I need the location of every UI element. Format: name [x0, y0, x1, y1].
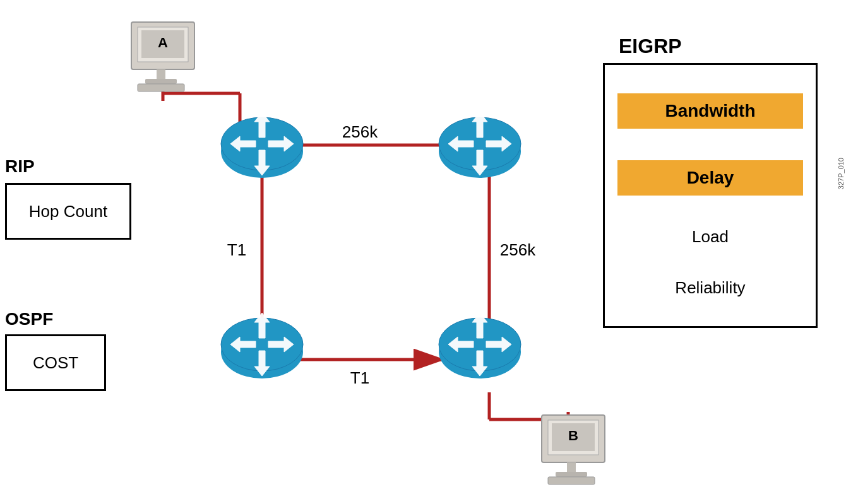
svg-rect-51 [567, 462, 576, 472]
svg-text:B: B [568, 428, 578, 443]
svg-text:256k: 256k [500, 240, 536, 259]
svg-rect-53 [548, 477, 595, 484]
svg-text:A: A [158, 35, 168, 50]
svg-rect-52 [556, 472, 587, 477]
network-diagram: 256k T1 256k T1 A B [0, 0, 846, 504]
svg-rect-43 [157, 69, 165, 79]
svg-text:T1: T1 [350, 368, 369, 387]
svg-text:T1: T1 [227, 240, 246, 259]
svg-rect-44 [145, 79, 177, 84]
svg-rect-45 [138, 84, 184, 91]
svg-text:256k: 256k [342, 122, 378, 141]
